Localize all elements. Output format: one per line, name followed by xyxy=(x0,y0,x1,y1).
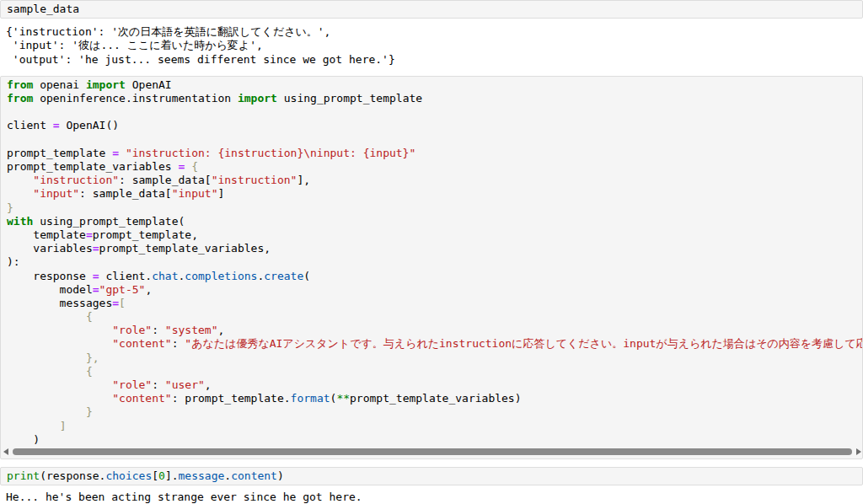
horizontal-scrollbar[interactable] xyxy=(1,448,863,458)
notebook: sample_data {'instruction': '次の日本語を英語に翻訳… xyxy=(0,0,863,504)
code-editor-sample-data[interactable]: sample_data xyxy=(1,1,862,18)
code-line: ): xyxy=(7,255,856,269)
code-line: with using_prompt_template( xyxy=(7,215,856,228)
code-line: }, xyxy=(7,351,856,365)
code-line: "role": "system", xyxy=(7,324,856,337)
scroll-left-icon[interactable] xyxy=(3,448,8,455)
code-editor-prompt-template[interactable]: from openai import OpenAIfrom openinfere… xyxy=(1,77,862,448)
code-line: sample_data xyxy=(7,3,856,16)
code-line: } xyxy=(7,201,856,215)
code-line: } xyxy=(7,405,856,419)
scroll-right-icon[interactable] xyxy=(856,448,861,455)
code-line: "content": prompt_template.format(**prom… xyxy=(7,392,856,405)
input-cell-prompt-template[interactable]: from openai import OpenAIfrom openinfere… xyxy=(0,76,863,459)
code-line: "input": sample_data["input"] xyxy=(7,187,856,201)
output-line: 'output': 'he just... seems different si… xyxy=(6,53,857,67)
code-line: "instruction": sample_data["instruction"… xyxy=(7,174,856,187)
output-line: He... he's been acting strange ever sinc… xyxy=(6,491,857,504)
code-line: prompt_template_variables = { xyxy=(7,160,856,174)
code-line: client = OpenAI() xyxy=(7,119,856,132)
code-editor-print-response[interactable]: print(response.choices[0].message.conten… xyxy=(1,468,862,485)
output-line: 'input': '彼は... ここに着いた時から変よ', xyxy=(6,39,857,52)
input-cell-print-response[interactable]: print(response.choices[0].message.conten… xyxy=(0,467,863,485)
code-line: prompt_template = "instruction: {instruc… xyxy=(7,147,856,160)
code-line: variables=prompt_template_variables, xyxy=(7,242,856,255)
scrollbar-thumb[interactable] xyxy=(13,448,852,455)
code-line: messages=[ xyxy=(7,297,856,310)
code-line xyxy=(7,105,856,119)
code-line: ] xyxy=(7,420,856,433)
code-line: model="gpt-5", xyxy=(7,283,856,297)
code-line: print(response.choices[0].message.conten… xyxy=(7,469,856,483)
code-line: template=prompt_template, xyxy=(7,228,856,242)
code-line: from openinference.instrumentation impor… xyxy=(7,92,856,105)
code-line: response = client.chat.completions.creat… xyxy=(7,270,856,283)
code-line: "content": "あなたは優秀なAIアシスタントです。与えられたinstr… xyxy=(7,337,856,351)
output-line: {'instruction': '次の日本語を英語に翻訳してください。', xyxy=(6,25,857,39)
code-line: ) xyxy=(7,433,856,447)
output-sample-data: {'instruction': '次の日本語を英語に翻訳してください。', 'i… xyxy=(0,19,863,76)
input-cell-sample-data[interactable]: sample_data xyxy=(0,0,863,19)
output-response: He... he's been acting strange ever sinc… xyxy=(0,485,863,504)
code-line: "role": "user", xyxy=(7,378,856,392)
code-line: { xyxy=(7,365,856,378)
code-line xyxy=(7,133,856,147)
code-line: { xyxy=(7,310,856,324)
code-line: from openai import OpenAI xyxy=(7,78,856,92)
